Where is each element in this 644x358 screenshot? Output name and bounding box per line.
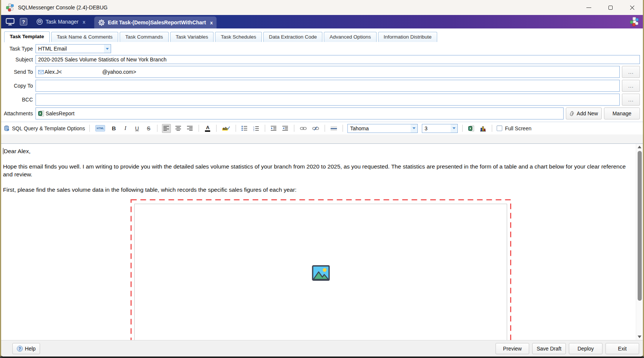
tab-information-distribute[interactable]: Information Distribute <box>378 32 437 42</box>
image-frame <box>134 204 507 340</box>
email-body-editor[interactable]: Dear Alex, Hope this email finds you wel… <box>1 144 636 340</box>
toolbar-separator <box>294 125 294 132</box>
vertical-scrollbar[interactable] <box>636 144 643 340</box>
add-new-attachment-button[interactable]: Add New <box>566 107 602 119</box>
editor-toolbar: SQL Query & Template Options HTML B I U … <box>1 122 643 134</box>
toolbar-separator <box>157 125 157 132</box>
desktop-view-button[interactable] <box>6 18 15 25</box>
subject-input[interactable]: 2020-2025 Sales Volume Statistics of New… <box>36 55 640 64</box>
horizontal-rule-button[interactable] <box>329 124 338 133</box>
outdent-button[interactable] <box>270 124 278 133</box>
bold-button[interactable]: B <box>110 124 118 133</box>
highlight-button[interactable]: ab <box>221 124 231 133</box>
tab-close-icon[interactable]: x <box>83 19 85 25</box>
nav-bar: ? Task Manager x Edit Task-(De <box>1 15 643 28</box>
italic-button[interactable]: I <box>121 124 129 133</box>
tab-task-name-comments[interactable]: Task Name & Comments <box>51 32 118 42</box>
save-draft-button[interactable]: Save Draft <box>532 343 566 354</box>
attachments-row: Attachments X SalesReport Add New Manage <box>1 107 640 119</box>
paperclip-icon <box>570 111 574 116</box>
scroll-down-button[interactable] <box>636 334 643 340</box>
nav-help-button[interactable]: ? <box>20 18 27 25</box>
font-size-select[interactable]: 3 <box>422 124 458 133</box>
html-source-button[interactable]: HTML <box>94 124 106 133</box>
preview-button[interactable]: Preview <box>496 343 529 354</box>
deploy-button[interactable]: Deploy <box>569 343 602 354</box>
task-manager-icon <box>36 18 43 25</box>
monitor-icon <box>6 18 15 25</box>
bcc-input[interactable] <box>36 94 620 106</box>
strikethrough-button[interactable]: S <box>144 124 153 133</box>
align-center-icon <box>175 126 181 131</box>
full-screen-checkbox[interactable] <box>497 125 502 131</box>
scrollbar-thumb[interactable] <box>638 151 642 301</box>
editor-ruler-strip <box>1 134 643 144</box>
tab-task-commands[interactable]: Task Commands <box>120 32 169 42</box>
scroll-up-button[interactable] <box>636 144 643 150</box>
insert-chart-button[interactable] <box>479 124 487 133</box>
sql-query-options-label: SQL Query & Template Options <box>12 125 85 131</box>
task-type-label: Task Type <box>1 46 36 52</box>
bcc-browse-button[interactable]: ... <box>622 94 640 106</box>
manage-attachments-button[interactable]: Manage <box>604 107 640 119</box>
help-button[interactable]: ? Help <box>12 343 40 354</box>
minimize-icon <box>586 7 591 8</box>
underline-icon: U <box>135 125 139 131</box>
scrollbar-track[interactable] <box>636 150 643 334</box>
tab-close-icon[interactable]: x <box>210 20 213 25</box>
tab-data-extraction-code[interactable]: Data Extraction Code <box>263 32 322 42</box>
sql-query-options-button[interactable]: SQL Query & Template Options <box>4 125 85 131</box>
copy-to-input[interactable] <box>36 80 620 92</box>
chevron-down-icon <box>104 45 111 53</box>
full-screen-toggle[interactable]: Full Screen <box>497 125 531 131</box>
help-label: Help <box>25 346 36 352</box>
attachment-name: SalesReport <box>46 110 74 116</box>
insert-table-button[interactable]: X <box>467 124 475 133</box>
task-template-form: Task Type HTML Email Subject 2020-2025 S… <box>1 42 643 122</box>
outdent-icon <box>271 126 277 131</box>
tab-edit-task[interactable]: Edit Task-(Demo)SalesReportWithChart x <box>94 16 217 28</box>
remove-link-button[interactable] <box>311 124 320 133</box>
underline-button[interactable]: U <box>133 124 141 133</box>
toolbar-separator <box>199 125 199 132</box>
window-controls <box>578 0 643 15</box>
send-to-browse-button[interactable]: ... <box>622 66 640 78</box>
send-to-domain: @yahoo.com> <box>102 69 136 75</box>
font-color-icon: A <box>205 125 210 132</box>
align-left-button[interactable] <box>162 124 171 133</box>
tab-task-variables[interactable]: Task Variables <box>170 32 214 42</box>
add-new-label: Add New <box>577 110 598 116</box>
copy-to-browse-button[interactable]: ... <box>622 80 640 92</box>
chart-image-placeholder[interactable] <box>131 199 511 340</box>
align-right-icon <box>187 126 193 131</box>
insert-link-button[interactable] <box>299 124 308 133</box>
attachments-list[interactable]: X SalesReport <box>36 107 564 119</box>
minimize-button[interactable] <box>578 0 599 15</box>
tab-advanced-options[interactable]: Advanced Options <box>324 32 376 42</box>
numbered-list-button[interactable]: 123 <box>252 124 260 133</box>
exit-button[interactable]: Exit <box>605 343 639 354</box>
copy-to-row: Copy To ... <box>1 80 640 92</box>
subject-label: Subject <box>1 57 36 63</box>
align-left-icon <box>163 126 169 131</box>
tab-task-schedules[interactable]: Task Schedules <box>215 32 262 42</box>
bullet-list-icon <box>242 126 248 131</box>
close-button[interactable] <box>621 0 643 15</box>
email-paragraph: First, please find the sales volume data… <box>3 186 628 194</box>
window-title: SQLMessenger Console (2.4)-DEBUG <box>18 4 108 10</box>
indent-button[interactable] <box>281 124 289 133</box>
maximize-button[interactable] <box>599 0 621 15</box>
subject-value: 2020-2025 Sales Volume Statistics of New… <box>38 57 166 63</box>
tab-task-template[interactable]: Task Template <box>4 31 50 42</box>
font-color-button[interactable]: A <box>203 124 212 133</box>
bullet-list-button[interactable] <box>240 124 249 133</box>
send-to-input[interactable]: Alex.J< @yahoo.com> <box>36 66 620 78</box>
align-right-button[interactable] <box>186 124 194 133</box>
task-type-select[interactable]: HTML Email <box>36 44 111 53</box>
align-center-button[interactable] <box>174 124 183 133</box>
tab-task-manager[interactable]: Task Manager x <box>33 16 89 27</box>
font-size-value: 3 <box>424 125 427 131</box>
font-family-select[interactable]: Tahoma <box>347 124 418 133</box>
arrow-down-icon <box>638 336 641 338</box>
form-tab-strip: Task Template Task Name & Comments Task … <box>1 28 643 42</box>
